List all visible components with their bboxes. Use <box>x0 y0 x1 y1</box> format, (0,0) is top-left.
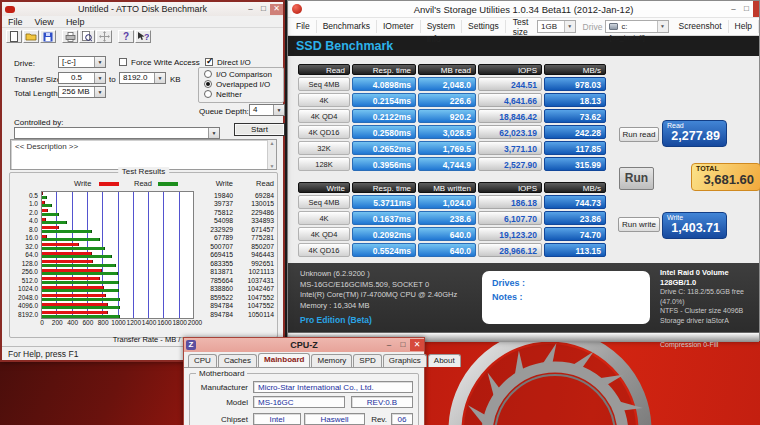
anvil-titlebar[interactable]: Anvil's Storage Utilities 1.0.34 Beta11 … <box>288 1 759 17</box>
new-icon[interactable] <box>6 30 22 43</box>
help-icon[interactable]: ? <box>118 30 134 43</box>
menu-file[interactable]: File <box>8 17 23 27</box>
tab-cpu[interactable]: CPU <box>188 354 217 367</box>
chart-row: 512.07856641037431 <box>13 276 275 285</box>
close-button[interactable]: ✕ <box>270 4 283 15</box>
overlapped-io-radio[interactable]: Overlapped I/O <box>204 80 283 90</box>
force-write-access-checkbox[interactable]: Force Write Access <box>119 58 200 67</box>
minimize-button[interactable]: – <box>244 4 257 15</box>
transfer-from-select[interactable]: 0.5▼ <box>58 72 106 84</box>
total-length-select[interactable]: 256 MB▼ <box>58 86 106 98</box>
close-button[interactable] <box>753 1 759 17</box>
cell-value: 18,846.42 <box>478 109 542 123</box>
toolbar-menu-file[interactable]: File <box>290 20 317 33</box>
y-axis-tick: 4096.0 <box>13 302 41 309</box>
write-bar <box>42 303 108 306</box>
write-value: 683355 <box>194 260 233 267</box>
minimize-button[interactable]: – <box>727 4 740 15</box>
atto-menubar: File View Help <box>2 16 283 28</box>
context-help-icon[interactable]: ? <box>135 30 151 43</box>
write-bar <box>42 252 92 255</box>
minimize-button[interactable]: – <box>382 339 396 351</box>
row-label: 4K QD4 <box>298 109 350 123</box>
cell-value: 0.5524ms <box>352 243 416 257</box>
toolbar-menu-screenshot[interactable]: Screenshot <box>673 20 729 33</box>
write-bar <box>42 209 48 212</box>
scrollbar[interactable]: ▲▼ <box>267 140 276 169</box>
x-axis-tick: 2000 <box>188 319 202 326</box>
cell-value: 640.0 <box>418 227 476 241</box>
open-icon[interactable] <box>23 30 39 43</box>
controlled-by-select[interactable]: ▼ <box>14 127 220 139</box>
save-icon[interactable] <box>40 30 56 43</box>
column-header: Read <box>298 64 350 75</box>
read-value: 130015 <box>233 200 274 207</box>
test-size-select[interactable]: 1GB▼ <box>537 20 576 33</box>
move-icon[interactable] <box>96 30 112 43</box>
description-input[interactable]: << Description >> ▲▼ <box>10 139 277 170</box>
maximize-button[interactable]: □ <box>740 4 753 15</box>
tab-mainboard[interactable]: Mainboard <box>258 353 310 367</box>
tab-caches[interactable]: Caches <box>218 354 257 367</box>
menu-view[interactable]: View <box>35 17 54 27</box>
drive-select[interactable]: c: [os_install]▼ <box>605 20 668 33</box>
benchmark-row: 4K0.2154ms226.64,641.6618.13 <box>298 93 608 109</box>
start-button[interactable]: Start <box>234 123 285 136</box>
row-label: 4K QD16 <box>298 125 350 139</box>
read-value: 1021113 <box>233 268 274 275</box>
chipset-rev-label: Rev. <box>371 415 387 424</box>
neither-radio[interactable]: Neither <box>204 90 283 100</box>
run-button[interactable]: Run <box>619 167 654 190</box>
direct-io-checkbox[interactable]: Direct I/O <box>205 58 251 67</box>
cpuz-titlebar[interactable]: Z CPU-Z – □ ✕ <box>184 338 424 352</box>
toolbar-menu-settings[interactable]: Settings <box>462 20 506 33</box>
tab-spd[interactable]: SPD <box>353 354 381 367</box>
radio-icon <box>204 90 212 98</box>
drives-notes-box[interactable]: Drives : Notes : <box>482 271 650 324</box>
read-bar <box>42 213 59 216</box>
tab-memory[interactable]: Memory <box>311 354 352 367</box>
maximize-button[interactable]: □ <box>257 4 270 15</box>
run-write-button[interactable]: Run write <box>618 217 660 232</box>
cell-value: 6,107.70 <box>478 211 542 225</box>
atto-titlebar[interactable]: Untitled - ATTO Disk Benchmark – □ ✕ <box>2 2 283 16</box>
cell-value: 744.73 <box>544 195 606 209</box>
x-axis-tick: 0 <box>40 319 44 326</box>
transfer-to-select[interactable]: 8192.0▼ <box>119 72 166 84</box>
anvil-toolbar: FileBenchmarksIOmeterSystem InfoSettings… <box>288 17 759 36</box>
write-value: 838860 <box>194 285 233 292</box>
toolbar-menu-iometer[interactable]: IOmeter <box>377 20 421 33</box>
x-axis-tick: 400 <box>67 319 78 326</box>
toolbar-menu-help[interactable]: Help <box>729 20 759 33</box>
anvil-window: Anvil's Storage Utilities 1.0.34 Beta11 … <box>287 0 760 341</box>
cell-value: 978.03 <box>544 77 606 91</box>
checkbox-unchecked-icon <box>119 58 127 66</box>
tab-graphics[interactable]: Graphics <box>383 354 427 367</box>
run-read-button[interactable]: Run read <box>619 127 659 142</box>
toolbar-menu-system-info[interactable]: System Info <box>421 20 462 33</box>
model-label: Model <box>195 398 253 407</box>
maximize-button[interactable]: □ <box>396 339 410 351</box>
menu-help[interactable]: Help <box>66 17 85 27</box>
io-comparison-radio[interactable]: I/O Comparison <box>204 70 283 80</box>
read-value: 992651 <box>233 260 274 267</box>
queue-depth-select[interactable]: 4▼ <box>249 104 285 116</box>
toolbar-menu-benchmarks[interactable]: Benchmarks <box>317 20 377 33</box>
tab-about[interactable]: About <box>428 354 461 367</box>
test-size-label: Test size <box>506 17 537 37</box>
chevron-down-icon: ▼ <box>273 105 284 115</box>
close-button[interactable]: ✕ <box>410 339 424 351</box>
drive-select[interactable]: [-c-]▼ <box>58 56 106 68</box>
motherboard-group: Motherboard Manufacturer Micro-Star Inte… <box>189 373 419 425</box>
chevron-down-icon: ▼ <box>208 128 219 138</box>
benchmark-row: Seq 4MB4.0898ms2,048.0244.51978.03 <box>298 77 608 93</box>
print-preview-icon[interactable] <box>79 30 95 43</box>
read-value: 229486 <box>233 209 274 216</box>
print-icon[interactable] <box>62 30 78 43</box>
cell-value: 0.2154ms <box>352 93 416 107</box>
row-label: 32K <box>298 141 350 155</box>
y-axis-tick: 256.0 <box>13 268 41 275</box>
x-axis-tick: 1600 <box>157 319 171 326</box>
write-value: 859522 <box>194 294 233 301</box>
benchmark-row: 4K QD40.2092ms640.019,123.2074.70 <box>298 227 608 243</box>
